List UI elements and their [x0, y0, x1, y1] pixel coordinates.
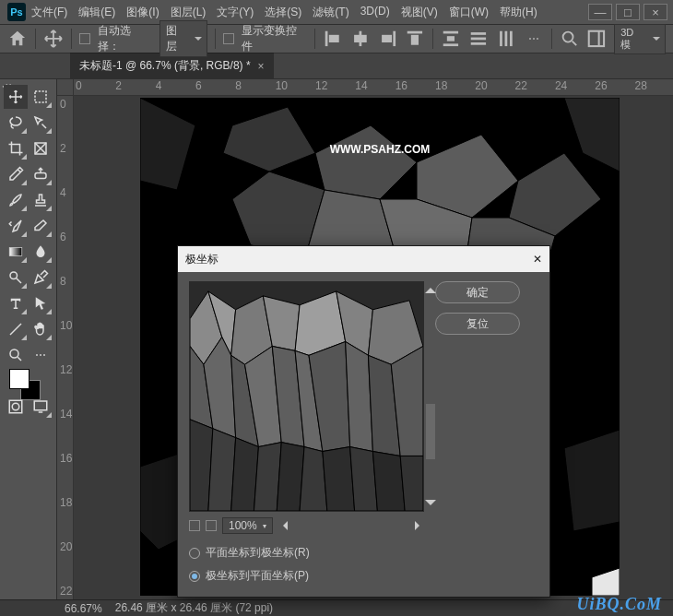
dist-v-icon[interactable]: [468, 29, 489, 49]
transform-checkbox[interactable]: [223, 33, 234, 44]
page-watermark: UiBQ.CoM: [576, 595, 662, 614]
scroll-up-icon[interactable]: [425, 282, 436, 293]
svg-marker-45: [564, 430, 620, 531]
scroll-thumb[interactable]: [426, 404, 435, 459]
zoom-out-button[interactable]: [189, 520, 200, 531]
ok-button[interactable]: 确定: [435, 281, 520, 303]
move-tool-icon[interactable]: [43, 29, 64, 49]
screenmode-icon[interactable]: [30, 395, 53, 419]
gradient-tool[interactable]: [4, 240, 28, 264]
svg-marker-73: [372, 452, 405, 511]
maximize-button[interactable]: □: [616, 4, 640, 20]
menu-view[interactable]: 视图(V): [401, 5, 438, 20]
svg-rect-9: [443, 43, 458, 46]
menu-3d[interactable]: 3D(D): [360, 5, 390, 20]
svg-rect-5: [382, 35, 392, 42]
titlebar: Ps 文件(F) 编辑(E) 图像(I) 图层(L) 文字(Y) 选择(S) 滤…: [0, 0, 673, 24]
svg-rect-19: [35, 91, 46, 102]
menu-window[interactable]: 窗口(W): [449, 5, 489, 20]
ruler-horizontal[interactable]: 0246810121416182022242628: [74, 79, 673, 96]
lasso-tool[interactable]: [4, 111, 28, 135]
dialog-title: 极坐标: [185, 252, 218, 267]
path-select-tool[interactable]: [30, 291, 53, 315]
crop-tool[interactable]: [4, 136, 28, 160]
svg-point-24: [10, 349, 18, 358]
edit-toolbar-icon[interactable]: ⋯: [30, 343, 53, 367]
foreground-color-swatch[interactable]: [9, 369, 30, 389]
hand-tool[interactable]: [30, 317, 53, 341]
menu-image[interactable]: 图像(I): [126, 5, 159, 20]
blur-tool[interactable]: [30, 240, 53, 264]
pen-tool[interactable]: [30, 266, 53, 290]
polar-coordinates-dialog: 极坐标 ✕: [177, 245, 550, 598]
main-menu: 文件(F) 编辑(E) 图像(I) 图层(L) 文字(Y) 选择(S) 滤镜(T…: [31, 5, 588, 20]
ruler-vertical[interactable]: 0246810121416182022: [57, 96, 74, 599]
align-left-icon[interactable]: [323, 29, 343, 49]
status-zoom[interactable]: 66.67%: [65, 602, 102, 615]
type-tool[interactable]: [4, 291, 28, 315]
align-hcenter-icon[interactable]: [350, 29, 371, 49]
scroll-left-icon[interactable]: [278, 521, 288, 530]
zoom-in-button[interactable]: [206, 520, 217, 531]
dialog-close-icon[interactable]: ✕: [533, 253, 542, 266]
svg-rect-25: [9, 400, 22, 413]
radio-rect-to-polar[interactable]: 平面坐标到极坐标(R): [189, 545, 424, 561]
svg-rect-4: [393, 31, 396, 46]
align-right-icon[interactable]: [378, 29, 398, 49]
dodge-tool[interactable]: [4, 266, 28, 290]
dist-h-icon[interactable]: [496, 29, 516, 49]
menu-layer[interactable]: 图层(L): [171, 5, 207, 20]
menu-type[interactable]: 文字(Y): [217, 5, 254, 20]
menu-file[interactable]: 文件(F): [31, 5, 67, 20]
menu-filter[interactable]: 滤镜(T): [313, 5, 348, 20]
minimize-button[interactable]: —: [588, 4, 612, 20]
filter-preview[interactable]: [189, 281, 424, 512]
healing-brush-tool[interactable]: [30, 162, 53, 186]
shape-tool[interactable]: [4, 317, 28, 341]
more-icon[interactable]: ⋯: [524, 29, 544, 49]
align-top-icon[interactable]: [405, 29, 425, 49]
preview-scrollbar-v[interactable]: [425, 282, 436, 511]
svg-rect-13: [471, 42, 486, 45]
eraser-tool[interactable]: [30, 214, 53, 238]
history-brush-tool[interactable]: [4, 214, 28, 238]
auto-select-dropdown[interactable]: 图层: [159, 20, 207, 57]
menu-help[interactable]: 帮助(H): [500, 5, 537, 20]
radio-polar-to-rect[interactable]: 极坐标到平面坐标(P): [189, 568, 424, 584]
workspace-icon[interactable]: [586, 29, 607, 49]
mode-3d-dropdown[interactable]: 3D 模: [614, 24, 666, 54]
menu-edit[interactable]: 编辑(E): [78, 5, 115, 20]
svg-marker-74: [400, 456, 423, 511]
window-controls: — □ ×: [588, 4, 667, 20]
marquee-tool[interactable]: [30, 85, 53, 109]
brush-tool[interactable]: [4, 188, 28, 212]
scroll-right-icon[interactable]: [415, 521, 424, 530]
quickmask-icon[interactable]: [4, 395, 28, 419]
status-bar: 66.67% 26.46 厘米 x 26.46 厘米 (72 ppi): [0, 599, 673, 616]
eyedropper-tool[interactable]: [4, 162, 28, 186]
svg-marker-71: [323, 447, 355, 511]
menu-select[interactable]: 选择(S): [265, 5, 301, 20]
ruler-corner: [57, 79, 74, 96]
svg-rect-15: [504, 31, 507, 46]
search-icon[interactable]: [560, 29, 580, 49]
dist-top-icon[interactable]: [441, 29, 461, 49]
dialog-titlebar[interactable]: 极坐标 ✕: [178, 246, 549, 272]
zoom-tool[interactable]: [4, 343, 28, 367]
move-tool[interactable]: [4, 85, 28, 109]
close-app-button[interactable]: ×: [643, 4, 667, 20]
stamp-tool[interactable]: [30, 188, 53, 212]
conversion-options: 平面坐标到极坐标(R) 极坐标到平面坐标(P): [189, 545, 424, 584]
frame-tool[interactable]: [30, 136, 53, 160]
scroll-down-icon[interactable]: [425, 500, 436, 511]
home-icon[interactable]: [7, 29, 28, 49]
reset-button[interactable]: 复位: [435, 313, 520, 335]
zoom-dropdown[interactable]: 100%▾: [222, 517, 273, 534]
svg-rect-0: [325, 31, 328, 46]
tab-close-icon[interactable]: ×: [258, 60, 265, 73]
svg-rect-10: [447, 36, 455, 41]
status-doc-info[interactable]: 26.46 厘米 x 26.46 厘米 (72 ppi): [115, 600, 273, 616]
quick-select-tool[interactable]: [30, 111, 53, 135]
svg-point-17: [562, 32, 573, 42]
auto-select-checkbox[interactable]: [79, 33, 90, 44]
